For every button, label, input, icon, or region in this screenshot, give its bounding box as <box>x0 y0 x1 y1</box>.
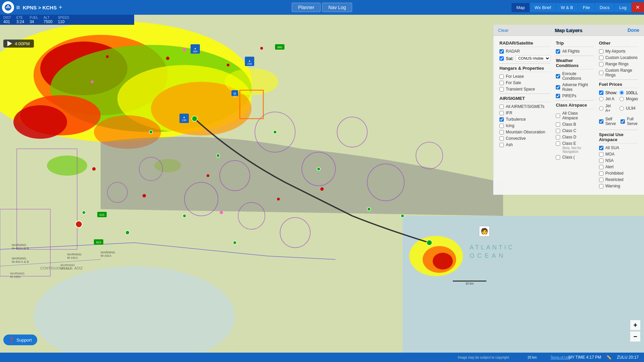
fuel-show-label[interactable]: Show: <box>605 90 618 95</box>
mountain-obs-label[interactable]: Mountain Obscuration <box>506 130 545 134</box>
for-sale-label[interactable]: For Sale <box>506 80 521 85</box>
nsa-checkbox[interactable] <box>599 159 603 163</box>
close-button[interactable]: ✕ <box>632 2 644 12</box>
icing-checkbox[interactable] <box>499 124 504 128</box>
icing-label[interactable]: Icing <box>506 123 514 128</box>
fuel-mogas-label[interactable]: Mogas <box>626 97 638 101</box>
user-location-icon[interactable]: 🧑 <box>479 226 490 237</box>
moa-checkbox[interactable] <box>599 152 603 157</box>
adverse-label[interactable]: Adverse Flight Rules <box>562 82 594 92</box>
clear-button[interactable]: Clear <box>498 28 508 33</box>
all-class-checkbox[interactable] <box>556 114 560 118</box>
hamburger-icon[interactable]: ≡ <box>16 4 20 11</box>
fuel-100ll-label[interactable]: 100LL <box>626 90 638 95</box>
range-rings-checkbox[interactable] <box>599 62 603 66</box>
radar-label[interactable]: RADAR <box>506 49 520 54</box>
done-button[interactable]: Done <box>628 27 639 33</box>
restricted-label[interactable]: Restricted <box>605 177 624 182</box>
all-airmet-label[interactable]: All AIRMET/SIGMETs <box>506 104 544 109</box>
zoom-out-button[interactable]: − <box>630 331 641 342</box>
prohibited-checkbox[interactable] <box>599 171 603 176</box>
all-sua-checkbox[interactable] <box>599 146 603 150</box>
restricted-checkbox[interactable] <box>599 178 603 182</box>
terms-of-use-link[interactable]: Terms of Use <box>550 356 570 359</box>
my-airports-label[interactable]: My Airports <box>605 49 626 54</box>
adverse-checkbox[interactable] <box>556 85 560 89</box>
satellite-checkbox[interactable] <box>499 56 504 61</box>
for-lease-checkbox[interactable] <box>499 74 504 79</box>
enroute-checkbox[interactable] <box>556 74 560 78</box>
pireps-checkbox[interactable] <box>556 94 560 98</box>
convective-checkbox[interactable] <box>499 136 504 141</box>
alert-label[interactable]: Alert <box>605 165 614 169</box>
play-button[interactable] <box>7 41 12 46</box>
enroute-label[interactable]: Enroute Conditions <box>562 71 594 81</box>
tab-file[interactable]: File <box>578 3 595 12</box>
transient-label[interactable]: Transient Space <box>506 87 535 92</box>
ifr-label[interactable]: IFR <box>506 111 512 115</box>
tab-docs[interactable]: Docs <box>595 3 615 12</box>
planner-button[interactable]: Planner <box>292 3 321 12</box>
ash-checkbox[interactable] <box>499 143 504 147</box>
radar-checkbox[interactable] <box>499 49 504 54</box>
class-f-checkbox[interactable] <box>556 155 560 160</box>
add-waypoint-button[interactable]: + <box>59 4 62 11</box>
fuel-jeta-radio[interactable] <box>599 97 603 101</box>
class-b-label[interactable]: Class B <box>562 122 576 127</box>
custom-range-rings-checkbox[interactable] <box>599 71 603 75</box>
custom-locations-label[interactable]: Custom Locations <box>605 55 638 60</box>
class-d-label[interactable]: Class D <box>562 135 576 139</box>
turbulence-label[interactable]: Turbulence <box>506 117 526 122</box>
tab-log[interactable]: Log <box>614 3 632 12</box>
all-airmet-checkbox[interactable] <box>499 105 504 109</box>
navlog-button[interactable]: Nav Log <box>322 3 352 12</box>
prohibited-label[interactable]: Prohibited <box>605 171 624 176</box>
zoom-in-button[interactable]: + <box>630 320 641 330</box>
full-serve-checkbox[interactable] <box>621 119 625 124</box>
class-e-label[interactable]: Class E <box>562 141 576 146</box>
fuel-show-checkbox[interactable] <box>599 90 603 95</box>
turbulence-checkbox[interactable] <box>499 117 504 122</box>
custom-locations-checkbox[interactable] <box>599 56 603 60</box>
fuel-ul94-radio[interactable] <box>620 106 624 111</box>
satellite-select[interactable]: CONUS-Visible CONUS-IR Regional Local <box>516 55 550 61</box>
fuel-jeta-label[interactable]: Jet A <box>605 97 614 101</box>
class-d-checkbox[interactable] <box>556 135 560 139</box>
support-button[interactable]: ❓ Support <box>3 335 37 345</box>
ash-label[interactable]: Ash <box>506 142 513 147</box>
fuel-ul94-label[interactable]: UL94 <box>626 106 636 111</box>
tab-wxbrief[interactable]: Wx Brief <box>530 3 556 12</box>
transient-checkbox[interactable] <box>499 87 504 92</box>
my-airports-checkbox[interactable] <box>599 49 603 54</box>
fuel-100ll-radio[interactable] <box>620 90 624 95</box>
class-f-label[interactable]: Class ( <box>562 155 575 160</box>
convective-label[interactable]: Convective <box>506 136 526 141</box>
for-lease-label[interactable]: For Lease <box>506 74 524 79</box>
class-b-checkbox[interactable] <box>556 122 560 127</box>
all-sua-label[interactable]: All SUA <box>605 145 619 150</box>
class-e-checkbox[interactable] <box>556 141 560 146</box>
mountain-obs-checkbox[interactable] <box>499 130 504 134</box>
self-serve-label[interactable]: Self Serve <box>605 117 617 126</box>
warning-checkbox[interactable] <box>599 184 603 188</box>
fuel-mogas-radio[interactable] <box>620 97 624 101</box>
tab-wb[interactable]: W & B <box>556 3 578 12</box>
for-sale-checkbox[interactable] <box>499 81 504 85</box>
pireps-label[interactable]: PIREPs <box>562 94 576 98</box>
all-class-label[interactable]: All Class Airspace <box>562 111 594 120</box>
ifr-checkbox[interactable] <box>499 111 504 115</box>
fuel-jeta-plus-label[interactable]: Jet A+ <box>605 104 616 113</box>
self-serve-checkbox[interactable] <box>599 119 603 124</box>
tab-map[interactable]: Map <box>512 3 530 12</box>
custom-range-rings-label[interactable]: Custom Range Rings <box>605 68 638 77</box>
range-rings-label[interactable]: Range Rings <box>605 62 629 66</box>
fuel-jeta-plus-radio[interactable] <box>599 106 603 111</box>
satellite-label[interactable]: Sat: <box>506 56 514 61</box>
class-c-label[interactable]: Class C <box>562 128 576 133</box>
moa-label[interactable]: MOA <box>605 152 614 157</box>
nsa-label[interactable]: NSA <box>605 158 614 163</box>
alert-checkbox[interactable] <box>599 165 603 169</box>
full-serve-label[interactable]: Full Serve <box>627 117 638 126</box>
all-flights-label[interactable]: All Flights <box>562 49 580 54</box>
class-c-checkbox[interactable] <box>556 129 560 133</box>
